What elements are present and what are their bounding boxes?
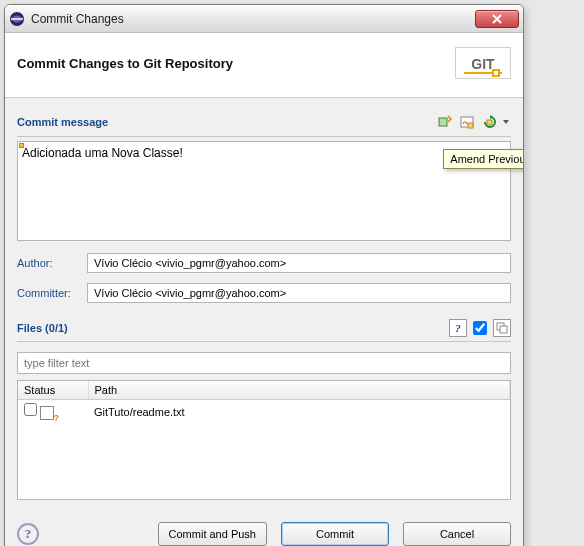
svg-rect-8 bbox=[500, 326, 507, 333]
insert-template-button[interactable] bbox=[435, 112, 455, 132]
file-checkbox[interactable] bbox=[24, 403, 37, 416]
untracked-file-icon: ? bbox=[40, 406, 54, 420]
author-field[interactable] bbox=[87, 253, 511, 273]
commit-message-label: Commit message bbox=[17, 116, 433, 128]
svg-rect-6 bbox=[487, 120, 492, 125]
svg-rect-3 bbox=[439, 118, 447, 126]
titlebar[interactable]: Commit Changes bbox=[5, 5, 523, 33]
dialog-title: Commit Changes to Git Repository bbox=[17, 56, 455, 71]
button-bar: ? Commit and Push Commit Cancel bbox=[5, 510, 523, 546]
filter-input[interactable] bbox=[17, 352, 511, 374]
close-button[interactable] bbox=[475, 10, 519, 28]
dialog-header: Commit Changes to Git Repository GIT bbox=[5, 33, 523, 98]
commit-message-section: Commit message bbox=[17, 108, 511, 137]
svg-rect-5 bbox=[468, 123, 473, 128]
commit-dialog: Commit Changes Commit Changes to Git Rep… bbox=[4, 4, 524, 546]
col-path[interactable]: Path bbox=[88, 381, 510, 400]
file-list[interactable]: Status Path ? GitTuto/readme.txt bbox=[17, 380, 511, 500]
deselect-all-button[interactable] bbox=[493, 319, 511, 337]
col-status[interactable]: Status bbox=[18, 381, 88, 400]
window-title: Commit Changes bbox=[31, 12, 475, 26]
amend-tooltip: Amend Previous Commit bbox=[443, 149, 524, 169]
menu-dropdown-button[interactable] bbox=[501, 112, 511, 132]
files-section: Files (0/1) ? bbox=[17, 315, 511, 342]
author-label: Author: bbox=[17, 257, 87, 269]
committer-field[interactable] bbox=[87, 283, 511, 303]
table-row[interactable]: ? GitTuto/readme.txt bbox=[18, 400, 510, 424]
commit-button[interactable]: Commit bbox=[281, 522, 389, 546]
commit-message-wrap: Amend Previous Commit bbox=[17, 141, 511, 243]
cancel-button[interactable]: Cancel bbox=[403, 522, 511, 546]
committer-label: Committer: bbox=[17, 287, 87, 299]
svg-rect-2 bbox=[11, 18, 23, 20]
commit-and-push-button[interactable]: Commit and Push bbox=[158, 522, 267, 546]
git-logo: GIT bbox=[455, 47, 511, 79]
amend-commit-button[interactable] bbox=[479, 112, 499, 132]
files-help-button[interactable]: ? bbox=[449, 319, 467, 337]
commit-message-input[interactable] bbox=[17, 141, 511, 241]
select-all-checkbox[interactable] bbox=[473, 321, 487, 335]
eclipse-icon bbox=[9, 11, 25, 27]
help-icon[interactable]: ? bbox=[17, 523, 39, 545]
table-header-row: Status Path bbox=[18, 381, 510, 400]
file-path: GitTuto/readme.txt bbox=[88, 400, 510, 424]
signed-off-button[interactable] bbox=[457, 112, 477, 132]
files-label: Files (0/1) bbox=[17, 322, 449, 334]
gutter-marker-icon bbox=[19, 143, 24, 148]
